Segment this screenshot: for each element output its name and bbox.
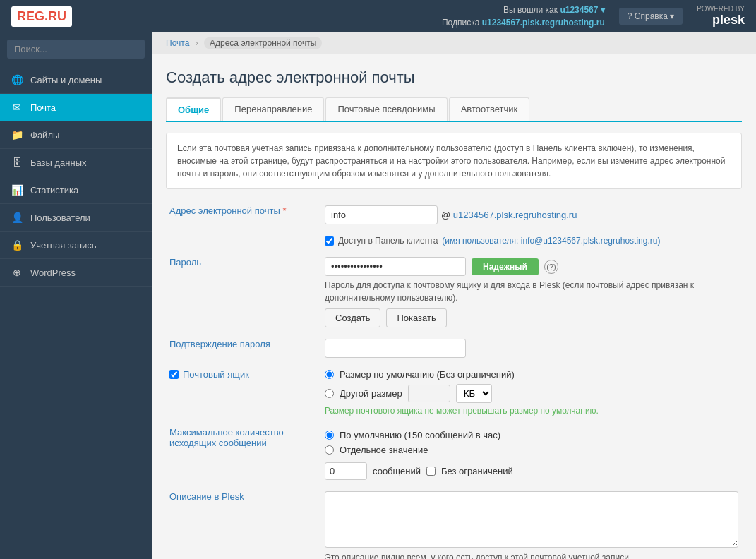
user-info: Вы вошли как u1234567 ▾ Подписка u123456… <box>442 4 605 29</box>
layout: 🌐 Сайты и домены ✉ Почта 📁 Файлы 🗄 Базы … <box>0 32 756 559</box>
folder-icon: 📁 <box>11 129 23 140</box>
other-size-label: Другой размер <box>340 388 402 399</box>
breadcrumb-current[interactable]: Адреса электронной почты <box>204 37 322 49</box>
logo-reg: REG <box>17 9 44 23</box>
password-buttons: Создать Показать <box>325 308 738 327</box>
size-unit-select[interactable]: КБ <box>456 384 492 403</box>
email-domain-link[interactable]: u1234567.plsk.regruhosting.ru <box>453 210 577 220</box>
tab-autoresponder[interactable]: Автоответчик <box>449 97 529 121</box>
outgoing-row: Максимальное количество исходящих сообще… <box>166 421 742 486</box>
tab-aliases[interactable]: Почтовые псевдонимы <box>325 97 447 121</box>
size-value-input[interactable] <box>408 385 450 402</box>
search-input[interactable] <box>7 40 145 59</box>
powered-by: POWERED BY <box>697 5 745 13</box>
breadcrumb-parent[interactable]: Почта <box>166 38 189 48</box>
wordpress-icon: ⊕ <box>11 267 23 278</box>
description-label: Описание в Plesk <box>166 486 321 559</box>
sidebar-item-users[interactable]: 👤 Пользователи <box>0 204 152 232</box>
sidebar-label-mail: Почта <box>30 102 56 113</box>
logo: REG.RU <box>11 6 72 27</box>
sidebar-item-databases[interactable]: 🗄 Базы данных <box>0 149 152 176</box>
globe-icon: 🌐 <box>11 74 23 85</box>
access-checkbox-label: Доступ в Панель клиента <box>338 236 438 246</box>
tab-redirect[interactable]: Перенаправление <box>222 97 324 121</box>
messages-count-input[interactable] <box>325 462 367 480</box>
mailbox-label-text: Почтовый ящик <box>183 369 249 380</box>
form: Адрес электронной почты @ u1234567.plsk.… <box>166 200 742 559</box>
password-row: Пароль Надежный (?) Пароль для доступа к… <box>166 251 742 333</box>
tabs: Общие Перенаправление Почтовые псевдоним… <box>166 97 742 122</box>
info-box: Если эта почтовая учетная запись привяза… <box>166 133 742 189</box>
access-checkbox[interactable] <box>325 236 334 246</box>
logo-ru: RU <box>48 9 66 23</box>
sidebar-label-stats: Статистика <box>30 185 78 196</box>
other-size-radio-row: Другой размер КБ <box>325 384 738 403</box>
access-checkbox-row: Доступ в Панель клиента (имя пользовател… <box>325 236 738 246</box>
breadcrumb-separator: › <box>196 38 200 48</box>
checkbox-access-row: Доступ в Панель клиента (имя пользовател… <box>166 230 742 251</box>
username-link[interactable]: u1234567 ▾ <box>560 5 604 15</box>
sidebar-item-account[interactable]: 🔒 Учетная запись <box>0 232 152 259</box>
search-box <box>0 32 152 66</box>
info-text: Если эта почтовая учетная запись привяза… <box>177 143 725 179</box>
unlimited-label: Без ограничений <box>441 466 513 476</box>
header: REG.RU Вы вошли как u1234567 ▾ Подписка … <box>0 0 756 32</box>
sidebar-item-files[interactable]: 📁 Файлы <box>0 121 152 149</box>
password-hint: Пароль для доступа к почтовому ящику и д… <box>325 279 738 304</box>
sidebar-label-account: Учетная запись <box>30 240 97 251</box>
password-help-button[interactable]: (?) <box>544 260 558 274</box>
breadcrumb: Почта › Адреса электронной почты <box>152 32 756 54</box>
user-icon: 👤 <box>11 212 23 223</box>
subscription-label: Подписка <box>442 18 479 28</box>
sidebar-item-sites[interactable]: 🌐 Сайты и домены <box>0 66 152 94</box>
help-button[interactable]: ? Справка ▾ <box>619 8 683 25</box>
password-label: Пароль <box>166 251 321 333</box>
default-size-radio-row: Размер по умолчанию (Без ограничений) <box>325 369 738 380</box>
unlimited-checkbox[interactable] <box>426 467 436 476</box>
create-password-button[interactable]: Создать <box>325 308 380 327</box>
default-outgoing-radio[interactable] <box>325 431 334 440</box>
show-password-button[interactable]: Показать <box>386 308 446 327</box>
password-input-row: Надежный (?) <box>325 257 738 276</box>
sidebar-label-sites: Сайты и домены <box>30 75 102 85</box>
size-note: Размер почтового ящика не может превышат… <box>325 406 738 416</box>
user-label: Вы вошли как <box>503 5 558 15</box>
description-hint: Это описание видно всем, у кого есть дос… <box>325 553 738 559</box>
mailbox-label: Почтовый ящик <box>166 363 321 421</box>
custom-outgoing-label: Отдельное значение <box>340 445 428 455</box>
password-input[interactable] <box>325 257 466 276</box>
confirm-password-input[interactable] <box>325 339 466 358</box>
custom-outgoing-radio[interactable] <box>325 445 334 455</box>
mail-icon: ✉ <box>11 102 23 113</box>
sidebar-item-mail[interactable]: ✉ Почта <box>0 94 152 121</box>
custom-outgoing-row: Отдельное значение <box>325 445 738 455</box>
access-username-info: (имя пользователя: info@u1234567.plsk.re… <box>442 236 660 246</box>
email-input[interactable] <box>325 205 438 224</box>
messages-unit: сообщений <box>373 466 421 476</box>
email-row: Адрес электронной почты @ u1234567.plsk.… <box>166 200 742 230</box>
header-right: Вы вошли как u1234567 ▾ Подписка u123456… <box>442 4 745 29</box>
database-icon: 🗄 <box>11 157 23 168</box>
plesk-logo: POWERED BY plesk <box>697 5 745 28</box>
email-label: Адрес электронной почты <box>166 200 321 230</box>
default-outgoing-row: По умолчанию (150 сообщений в час) <box>325 430 738 440</box>
sidebar-label-wordpress: WordPress <box>30 268 76 278</box>
sidebar-item-wordpress[interactable]: ⊕ WordPress <box>0 259 152 287</box>
subscription-link[interactable]: u1234567.plsk.regruhosting.ru <box>482 18 605 28</box>
default-size-label: Размер по умолчанию (Без ограничений) <box>340 369 515 380</box>
tab-general[interactable]: Общие <box>166 97 221 121</box>
sidebar-label-users: Пользователи <box>30 212 90 223</box>
confirm-label: Подтверждение пароля <box>166 333 321 363</box>
confirm-password-row: Подтверждение пароля <box>166 333 742 363</box>
description-textarea[interactable] <box>325 491 738 548</box>
sidebar-item-stats[interactable]: 📊 Статистика <box>0 176 152 204</box>
mailbox-checkbox[interactable] <box>169 370 179 379</box>
messages-count-row: сообщений Без ограничений <box>325 462 738 480</box>
user-line: Вы вошли как u1234567 ▾ <box>442 4 605 16</box>
other-size-radio[interactable] <box>325 389 334 398</box>
lock-icon: 🔒 <box>11 239 23 251</box>
default-size-radio[interactable] <box>325 370 334 379</box>
sidebar: 🌐 Сайты и домены ✉ Почта 📁 Файлы 🗄 Базы … <box>0 32 152 559</box>
mailbox-size-options: Размер по умолчанию (Без ограничений) Др… <box>325 369 738 403</box>
default-outgoing-label: По умолчанию (150 сообщений в час) <box>340 430 500 440</box>
